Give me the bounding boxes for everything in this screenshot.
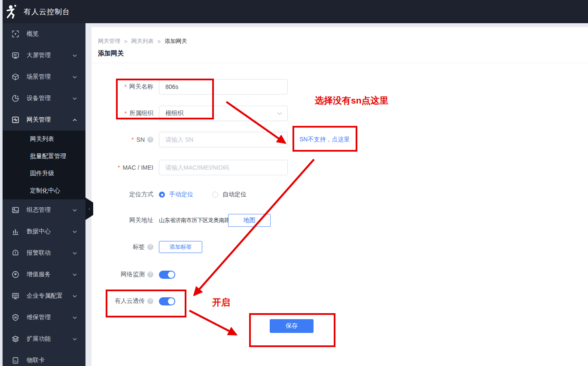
required-marker: * xyxy=(125,110,127,117)
organization-select-value: 根组织 xyxy=(165,110,183,117)
chevron-left-icon: ‹ xyxy=(88,206,90,212)
gateway-name-input[interactable] xyxy=(159,79,288,95)
sidebar-item-label: 设备管理 xyxy=(27,95,51,102)
breadcrumb-separator: > xyxy=(124,38,128,45)
sidebar-item-label: 概览 xyxy=(27,30,39,38)
mac-row: * MAC / IMEI xyxy=(91,160,288,175)
iot-card-icon xyxy=(12,357,19,364)
sidebar-item-value-services[interactable]: 增值服务 xyxy=(0,264,85,285)
sidebar-item-scene-mgmt[interactable]: 场景管理 xyxy=(0,66,85,88)
passthrough-row: 有人云透传 ? xyxy=(91,297,175,305)
sidebar-item-alarm-linkage[interactable]: 报警联动 xyxy=(0,242,85,264)
network-monitor-label: 网络监测 ? xyxy=(91,271,153,278)
sidebar-item-data-center[interactable]: 数据中心 xyxy=(0,221,85,242)
required-marker: * xyxy=(131,136,134,143)
network-monitor-toggle[interactable] xyxy=(159,271,175,279)
breadcrumb-gateway-mgmt[interactable]: 网关管理 xyxy=(98,37,120,45)
network-monitor-help-icon[interactable]: ? xyxy=(147,271,153,278)
manual-position-label[interactable]: 手动定位 xyxy=(169,191,193,198)
chevron-down-icon xyxy=(73,230,77,233)
gateway-name-label: * 网关名称 xyxy=(91,83,153,91)
chevron-down-icon xyxy=(73,295,77,298)
chevron-down-icon xyxy=(73,97,77,100)
address-value: 山东省济南市历下区龙奥南路 xyxy=(159,217,228,224)
sidebar-item-hmi-mgmt[interactable]: 组态管理 xyxy=(0,199,85,221)
chevron-down-icon xyxy=(277,112,282,115)
value-service-icon xyxy=(12,271,19,278)
organization-row: * 所属组织 根组织 xyxy=(91,106,288,121)
auto-position-label[interactable]: 自动定位 xyxy=(222,191,247,198)
sidebar-item-extensions[interactable]: 扩展功能 xyxy=(0,328,85,350)
chevron-down-icon xyxy=(73,273,77,276)
tags-label: 标签 ? xyxy=(91,243,153,251)
usr-running-person-logo-icon xyxy=(6,4,18,19)
sidebar-item-maintenance-mgmt[interactable]: 维保管理 xyxy=(0,307,85,328)
sn-label: * SN ? xyxy=(91,136,153,143)
gateway-icon xyxy=(12,116,19,124)
required-marker: * xyxy=(118,164,120,171)
map-button[interactable]: 地图 xyxy=(228,214,271,227)
app-title: 有人云控制台 xyxy=(24,7,70,17)
sidebar-item-label: 扩展功能 xyxy=(27,335,51,343)
sidebar-item-label: 增值服务 xyxy=(27,271,51,278)
extension-icon xyxy=(12,335,19,343)
submenu-item-batch-config[interactable]: 批量配置管理 xyxy=(0,148,85,165)
scene-icon xyxy=(12,73,19,81)
data-icon xyxy=(12,228,19,235)
app-window: 有人云控制台 概览 大屏管理 场景管理 xyxy=(0,0,588,366)
sidebar-item-gateway-mgmt[interactable]: 网关管理 xyxy=(0,109,85,131)
breadcrumb-add-gateway: 添加网关 xyxy=(165,37,187,45)
sidebar-item-device-mgmt[interactable]: 设备管理 xyxy=(0,88,85,109)
organization-select[interactable]: 根组织 xyxy=(159,106,288,121)
window-edge xyxy=(0,0,3,366)
tags-help-icon[interactable]: ? xyxy=(147,244,153,250)
mac-input[interactable] xyxy=(159,160,288,175)
address-row: 网关地址 山东省济南市历下区龙奥南路 地图 xyxy=(91,214,271,227)
required-marker: * xyxy=(125,83,127,90)
sidebar: 概览 大屏管理 场景管理 设备管理 xyxy=(0,23,85,366)
sidebar-item-label: 报警联动 xyxy=(27,249,51,257)
sidebar-item-label: 网关管理 xyxy=(27,116,51,124)
auto-position-radio[interactable] xyxy=(212,192,218,198)
overview-icon xyxy=(12,30,19,38)
mac-label: * MAC / IMEI xyxy=(91,164,153,171)
title-divider xyxy=(91,63,588,63)
submenu-item-gateway-list[interactable]: 网关列表 xyxy=(0,131,85,148)
chevron-down-icon xyxy=(73,316,77,319)
submenu-item-firmware-upgrade[interactable]: 固件升级 xyxy=(0,165,85,182)
sidebar-item-label: 企业专属配置 xyxy=(27,292,63,300)
device-icon xyxy=(12,95,19,102)
sn-input[interactable] xyxy=(159,132,288,147)
breadcrumb-gateway-list[interactable]: 网关列表 xyxy=(131,37,154,45)
gateway-submenu: 网关列表 批量配置管理 固件升级 定制化中心 xyxy=(0,131,85,199)
page-title: 添加网关 xyxy=(98,49,124,58)
gateway-name-row: * 网关名称 xyxy=(91,79,288,95)
enterprise-icon xyxy=(12,292,19,300)
breadcrumb-separator: > xyxy=(158,38,161,45)
sidebar-item-label: 组态管理 xyxy=(27,206,51,214)
save-button[interactable]: 保存 xyxy=(270,319,314,333)
sn-help-icon[interactable]: ? xyxy=(147,137,153,143)
sidebar-item-label: 物联卡 xyxy=(27,357,45,364)
manual-position-radio[interactable] xyxy=(159,192,165,198)
sidebar-item-iot-card[interactable]: 物联卡 xyxy=(0,350,85,366)
sidebar-item-overview[interactable]: 概览 xyxy=(0,23,85,45)
chevron-down-icon xyxy=(73,252,77,255)
address-label: 网关地址 xyxy=(91,217,153,224)
submenu-item-customization-center[interactable]: 定制化中心 xyxy=(0,182,85,199)
chevron-down-icon xyxy=(73,54,77,57)
main-content: 网关管理 > 网关列表 > 添加网关 添加网关 * 网关名称 * 所属组织 xyxy=(91,27,588,366)
chevron-down-icon xyxy=(73,209,77,212)
sidebar-item-enterprise-config[interactable]: 企业专属配置 xyxy=(0,285,85,307)
passthrough-help-icon[interactable]: ? xyxy=(147,298,153,304)
sidebar-item-label: 数据中心 xyxy=(27,228,51,235)
tags-row: 标签 ? 添加标签 xyxy=(91,241,202,253)
sn-not-supported-link[interactable]: SN不支持，点这里 xyxy=(299,136,350,143)
topbar: 有人云控制台 xyxy=(0,0,588,23)
positioning-row: 定位方式 手动定位 自动定位 xyxy=(91,187,247,202)
network-monitor-row: 网络监测 ? xyxy=(91,270,175,279)
add-tag-button[interactable]: 添加标签 xyxy=(159,241,202,253)
sidebar-item-screen-mgmt[interactable]: 大屏管理 xyxy=(0,45,85,66)
alarm-icon xyxy=(12,249,19,257)
passthrough-toggle[interactable] xyxy=(159,297,175,305)
